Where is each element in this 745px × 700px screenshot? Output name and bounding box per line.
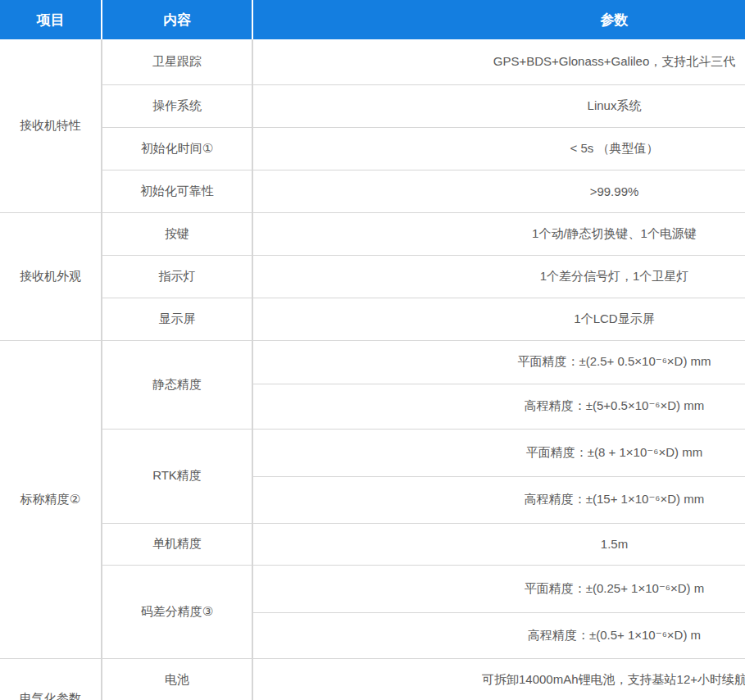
table-row: RTK精度 平面精度：±(8 + 1×10⁻⁶×D) mm	[0, 429, 745, 476]
spec-name-cell: 操作系统	[102, 84, 252, 127]
table-row: 码差分精度③ 平面精度：±(0.25+ 1×10⁻⁶×D) m	[0, 565, 745, 612]
spec-name-cell: 卫星跟踪	[102, 39, 252, 84]
spec-name-cell: 码差分精度③	[102, 565, 252, 658]
table-row: 电气化参数 电池 可拆卸14000mAh锂电池，支持基站12+小时续航	[0, 658, 745, 700]
spec-name-cell: 初始化可靠性	[102, 170, 252, 212]
table-row: 初始化可靠性 >99.99%	[0, 170, 745, 212]
spec-value-cell: 高程精度：±(15+ 1×10⁻⁶×D) mm	[252, 476, 745, 523]
section-label-cell: 标称精度②	[0, 340, 102, 658]
table-row: 接收机特性 卫星跟踪 GPS+BDS+Glonass+Galileo，支持北斗三…	[0, 39, 745, 84]
spec-value-cell: >99.99%	[252, 170, 745, 212]
table-row: 接收机外观 按键 1个动/静态切换键、1个电源键	[0, 212, 745, 255]
spec-name-cell: 指示灯	[102, 255, 252, 298]
table-row: 标称精度② 静态精度 平面精度：±(2.5+ 0.5×10⁻⁶×D) mm	[0, 340, 745, 384]
table-row: 操作系统 Linux系统	[0, 84, 745, 127]
spec-value-cell: < 5s （典型值）	[252, 127, 745, 170]
table-row: 指示灯 1个差分信号灯，1个卫星灯	[0, 255, 745, 298]
table-header-row: 项目 内容 参数	[0, 0, 745, 39]
spec-table: 项目 内容 参数 接收机特性 卫星跟踪 GPS+BDS+Glonass+Gali…	[0, 0, 745, 700]
table-row: 单机精度 1.5m	[0, 523, 745, 565]
section-label-cell: 接收机外观	[0, 212, 102, 340]
spec-name-cell: RTK精度	[102, 429, 252, 523]
spec-value-cell: 1个动/静态切换键、1个电源键	[252, 212, 745, 255]
table-row: 初始化时间① < 5s （典型值）	[0, 127, 745, 170]
spec-table-viewport: 项目 内容 参数 接收机特性 卫星跟踪 GPS+BDS+Glonass+Gali…	[0, 0, 745, 700]
spec-name-cell: 初始化时间①	[102, 127, 252, 170]
spec-value-cell: 高程精度：±(5+0.5×10⁻⁶×D) mm	[252, 384, 745, 429]
spec-value-cell: GPS+BDS+Glonass+Galileo，支持北斗三代	[252, 39, 745, 84]
section-label-cell: 电气化参数	[0, 658, 102, 700]
spec-name-cell: 静态精度	[102, 340, 252, 429]
table-row: 显示屏 1个LCD显示屏	[0, 298, 745, 340]
spec-value-cell: 高程精度：±(0.5+ 1×10⁻⁶×D) m	[252, 612, 745, 658]
spec-value-cell: Linux系统	[252, 84, 745, 127]
section-label-cell: 接收机特性	[0, 39, 102, 212]
header-col-item: 项目	[0, 0, 102, 39]
header-col-param: 参数	[252, 0, 745, 39]
spec-value-cell: 平面精度：±(0.25+ 1×10⁻⁶×D) m	[252, 565, 745, 612]
spec-value-cell: 可拆卸14000mAh锂电池，支持基站12+小时续航	[252, 658, 745, 700]
spec-value-cell: 1个LCD显示屏	[252, 298, 745, 340]
spec-value-cell: 1个差分信号灯，1个卫星灯	[252, 255, 745, 298]
header-col-content: 内容	[102, 0, 252, 39]
spec-name-cell: 电池	[102, 658, 252, 700]
spec-value-cell: 平面精度：±(8 + 1×10⁻⁶×D) mm	[252, 429, 745, 476]
spec-value-cell: 平面精度：±(2.5+ 0.5×10⁻⁶×D) mm	[252, 340, 745, 384]
spec-name-cell: 按键	[102, 212, 252, 255]
spec-name-cell: 显示屏	[102, 298, 252, 340]
spec-name-cell: 单机精度	[102, 523, 252, 565]
spec-value-cell: 1.5m	[252, 523, 745, 565]
